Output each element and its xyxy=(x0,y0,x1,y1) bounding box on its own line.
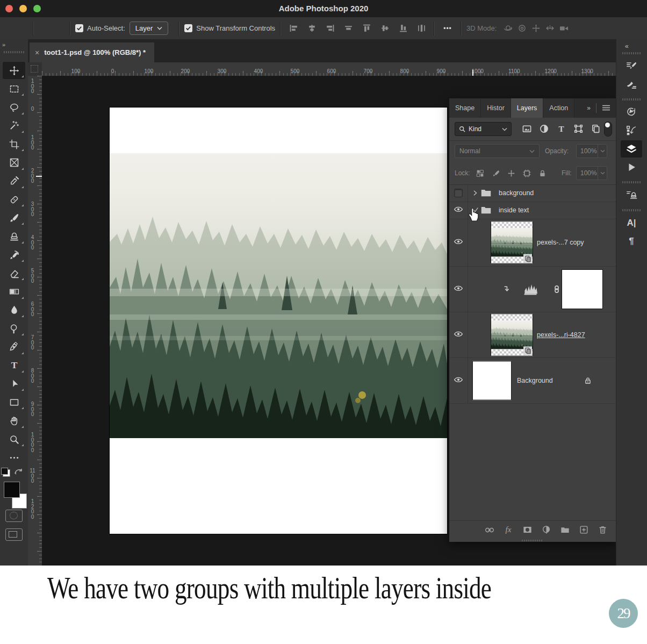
tool-pen[interactable] xyxy=(3,339,25,356)
layer-mask-thumbnail[interactable] xyxy=(562,269,603,309)
document-tab[interactable]: × toot1-1.psd @ 100% (RGB/8*) * xyxy=(30,42,154,62)
filter-type-icon[interactable]: T xyxy=(555,122,567,135)
tool-path-select[interactable] xyxy=(3,375,25,392)
tool-healing[interactable] xyxy=(3,191,25,208)
panel-tab-shape[interactable]: Shape xyxy=(449,98,481,118)
panel-tab-layers[interactable]: Layers xyxy=(511,98,544,118)
visibility-toggle[interactable] xyxy=(449,219,468,266)
align-bottom-icon[interactable] xyxy=(396,20,411,37)
tool-ellipsis[interactable] xyxy=(3,449,25,466)
layer-row-pexels-ri-4827[interactable]: pexels-...ri-4827 xyxy=(449,312,616,358)
footer-fx-icon[interactable]: fx xyxy=(502,524,514,536)
ruler-origin-box[interactable] xyxy=(28,62,42,76)
layer-name[interactable]: pexels-...7 copy xyxy=(537,239,584,246)
more-options-icon[interactable]: ••• xyxy=(440,20,456,37)
align-top-icon[interactable] xyxy=(359,20,374,37)
tool-gradient[interactable] xyxy=(3,283,25,300)
visibility-toggle[interactable] xyxy=(449,357,468,403)
filter-image-icon[interactable] xyxy=(521,122,533,135)
dock-grip[interactable] xyxy=(622,98,641,101)
tool-hand[interactable] xyxy=(3,412,25,430)
footer-link-icon[interactable] xyxy=(484,524,495,536)
forest-image-layer[interactable] xyxy=(110,153,447,438)
layer-thumbnail[interactable] xyxy=(491,313,533,356)
panel-tab-histor[interactable]: Histor xyxy=(481,98,511,118)
tool-history-brush[interactable] xyxy=(3,246,25,263)
footer-group-icon[interactable] xyxy=(559,524,571,536)
lock-brush-icon[interactable] xyxy=(490,166,501,180)
tool-magic-wand[interactable] xyxy=(3,117,25,134)
slide-3d-icon[interactable] xyxy=(545,23,555,33)
layer-name[interactable]: background xyxy=(499,189,534,197)
camera-3d-icon[interactable] xyxy=(559,23,569,33)
fill-value-box[interactable]: 100% xyxy=(576,166,607,180)
show-transform-checkbox[interactable] xyxy=(184,24,192,32)
layer-name[interactable]: pexels-...ri-4827 xyxy=(537,331,585,339)
quick-mask-button[interactable] xyxy=(5,510,23,522)
panel-tab-action[interactable]: Action xyxy=(543,98,574,118)
filter-kind-dropdown[interactable]: Kind xyxy=(455,122,512,136)
lock-move-icon[interactable] xyxy=(506,166,516,180)
tool-eyedropper[interactable] xyxy=(3,173,25,190)
tool-crop[interactable] xyxy=(3,135,25,153)
horizontal-ruler[interactable]: 1000100200300400500600700800900100011001… xyxy=(42,62,616,76)
tool-lasso[interactable] xyxy=(3,99,25,116)
dock-adjustments-icon[interactable] xyxy=(621,104,642,121)
dock-collapse-icon[interactable]: « xyxy=(625,42,629,50)
tool-blur[interactable] xyxy=(3,302,25,319)
align-center-v-icon[interactable] xyxy=(377,20,392,37)
dock-brushes-icon[interactable] xyxy=(621,76,642,93)
dock-actions-icon[interactable] xyxy=(621,159,642,176)
lock-padlock-icon[interactable] xyxy=(537,166,548,180)
opacity-value-box[interactable]: 100% xyxy=(576,144,607,158)
distribute-h-icon[interactable] xyxy=(414,20,429,37)
panel-overflow-icon[interactable]: » xyxy=(587,104,591,112)
filter-toggle-switch[interactable] xyxy=(604,121,612,137)
toolbar-grip[interactable] xyxy=(4,51,24,53)
dock-brush-settings-icon[interactable] xyxy=(621,58,642,75)
footer-new-icon[interactable] xyxy=(578,524,590,536)
home-icon[interactable] xyxy=(12,20,28,37)
layer-name[interactable]: Background xyxy=(517,377,553,384)
tool-marquee[interactable] xyxy=(3,80,25,97)
dock-paragraph-icon[interactable]: ¶ xyxy=(621,233,642,250)
move-tool-icon[interactable] xyxy=(39,20,55,37)
orbit-3d-icon[interactable] xyxy=(503,23,513,33)
lock-checker-icon[interactable] xyxy=(475,166,485,180)
levels-adjustment-icon[interactable] xyxy=(523,282,537,296)
foreground-color-swatch[interactable] xyxy=(4,482,20,498)
layer-row-pexels-7-copy[interactable]: pexels-...7 copy xyxy=(449,219,616,267)
pan-3d-icon[interactable] xyxy=(531,23,541,33)
tool-clone-stamp[interactable] xyxy=(3,228,25,245)
screen-mode-button[interactable] xyxy=(5,528,23,541)
swap-colors-icon[interactable] xyxy=(14,467,23,475)
tool-rectangle[interactable] xyxy=(3,393,25,411)
align-top-edge-icon[interactable] xyxy=(341,20,356,37)
tool-frame[interactable] xyxy=(3,154,25,171)
tool-type[interactable]: T xyxy=(3,357,25,374)
footer-adjust-icon[interactable] xyxy=(540,524,552,536)
tool-eraser[interactable] xyxy=(3,264,25,282)
lock-artboard-icon[interactable] xyxy=(521,166,532,180)
mask-link-icon[interactable] xyxy=(552,285,561,294)
layer-thumbnail[interactable] xyxy=(491,221,533,264)
vertical-ruler[interactable]: 1000100200300400500600700800900100011001… xyxy=(28,76,42,566)
default-colors-fg-icon[interactable] xyxy=(1,468,8,475)
filter-adjust-icon[interactable] xyxy=(538,122,550,135)
footer-trash-icon[interactable] xyxy=(596,524,608,536)
filter-shape-icon[interactable] xyxy=(572,122,585,135)
panel-menu-icon[interactable] xyxy=(602,105,610,111)
dock-grip[interactable] xyxy=(622,52,641,54)
tool-dodge[interactable] xyxy=(3,320,25,337)
visibility-toggle[interactable] xyxy=(449,266,468,312)
expand-chevron-icon[interactable] xyxy=(472,190,479,197)
tool-move[interactable] xyxy=(3,62,25,79)
dock-history-icon[interactable] xyxy=(621,122,642,139)
layer-thumbnail[interactable] xyxy=(472,361,512,400)
layer-name[interactable]: inside text xyxy=(499,206,529,214)
auto-select-target-dropdown[interactable]: Layer xyxy=(130,22,169,35)
auto-select-checkbox[interactable] xyxy=(75,24,83,32)
tool-zoom[interactable] xyxy=(3,431,25,448)
align-right-icon[interactable] xyxy=(322,20,337,37)
visibility-toggle[interactable] xyxy=(449,184,468,202)
